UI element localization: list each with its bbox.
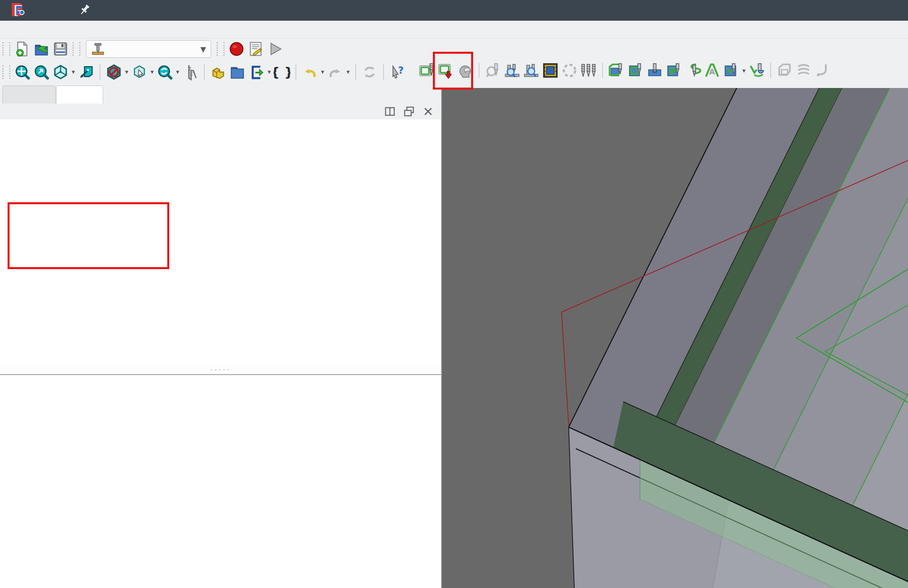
create-part-button[interactable] (209, 63, 228, 82)
chevron-down-icon[interactable]: ▾ (266, 68, 272, 76)
toolbar-separator (100, 64, 100, 80)
titlebar (0, 0, 908, 21)
freecad-window: ▼ ▾ ▾ (0, 0, 908, 588)
svg-text:?: ? (398, 64, 403, 76)
tab-modell[interactable] (56, 86, 103, 104)
expression-editor-button[interactable]: { } (272, 63, 292, 82)
view-set-plane-button[interactable] (76, 63, 96, 82)
refresh-button[interactable] (360, 63, 379, 82)
svg-text:{ }: { } (274, 64, 290, 79)
create-group-button[interactable] (228, 63, 247, 82)
op-waterline-button[interactable] (794, 61, 813, 80)
annotation-box-toolbar-postprocess (433, 52, 473, 90)
toolbar-separator (602, 63, 603, 78)
cam-cycle-button[interactable] (560, 61, 579, 80)
toolbar-grip[interactable] (72, 42, 80, 56)
save-document-button[interactable] (51, 39, 70, 59)
chevron-down-icon[interactable]: ▾ (149, 68, 155, 76)
cam-toolbar: A ▾ (417, 61, 832, 80)
panel-viewport-border[interactable] (441, 88, 442, 588)
op-drilling-button[interactable] (645, 61, 664, 80)
toolbar-separator (479, 63, 479, 78)
chevron-down-icon[interactable]: ▾ (174, 68, 181, 76)
splitter-handle[interactable]: ····· (0, 365, 441, 374)
op-pocket-button[interactable] (626, 61, 645, 80)
cam-selection-plane-button[interactable] (541, 61, 560, 80)
op-profile-button[interactable] (607, 61, 626, 80)
macro-edit-button[interactable] (246, 39, 265, 59)
open-document-button[interactable] (32, 39, 51, 59)
op-engrave-button[interactable] (722, 61, 741, 80)
toolbar-separator (295, 64, 296, 80)
view-fit-all-button[interactable] (13, 63, 32, 82)
selection-view-button[interactable] (130, 63, 149, 82)
chevron-down-icon[interactable]: ▾ (123, 68, 130, 76)
macro-run-button[interactable] (265, 39, 284, 59)
workbench-selector[interactable]: ▼ (86, 40, 211, 58)
property-editor (0, 374, 441, 588)
whats-this-button[interactable]: ? (388, 63, 407, 82)
undo-button[interactable] (300, 63, 319, 82)
toolbar-grip[interactable] (2, 65, 10, 79)
op-deburr-button[interactable] (747, 61, 766, 80)
toolbar-grip[interactable] (2, 42, 10, 56)
toolbar-separator (355, 64, 356, 80)
cam-simulator-button[interactable] (503, 61, 522, 80)
svg-text:A: A (709, 67, 715, 76)
op-facing-button[interactable] (664, 61, 683, 80)
chevron-down-icon[interactable]: ▾ (345, 68, 351, 76)
view-sync-button[interactable] (155, 63, 174, 82)
new-document-button[interactable] (13, 39, 32, 59)
toolbar-separator (204, 64, 205, 80)
freecad-logo-icon (10, 2, 26, 19)
macro-record-button[interactable] (227, 39, 246, 59)
op-fillet-button[interactable] (813, 61, 832, 80)
redo-button[interactable] (326, 63, 345, 82)
cam-simulator-gl-button[interactable] (522, 61, 541, 80)
draw-style-button[interactable] (104, 63, 123, 82)
chevron-down-icon[interactable]: ▾ (70, 68, 76, 76)
toolbar-separator (770, 63, 771, 78)
make-link-button[interactable] (247, 63, 266, 82)
dock-overlay-button[interactable] (384, 105, 396, 120)
annotation-box-tree-job (8, 202, 169, 269)
dock-header (0, 104, 441, 120)
op-3d-pocket-button[interactable] (775, 61, 794, 80)
pin-icon[interactable] (78, 3, 92, 18)
view-isometric-button[interactable] (51, 63, 70, 82)
toolbar-separator (383, 64, 384, 80)
view-fit-selection-button[interactable] (32, 63, 51, 82)
measure-button[interactable] (181, 63, 200, 82)
chevron-down-icon: ▼ (200, 45, 206, 53)
cam-toolbit-dock-button[interactable] (579, 61, 598, 80)
cam-workbench-icon (91, 42, 105, 56)
cam-inspect-gcode-button[interactable] (483, 61, 503, 80)
chevron-down-icon[interactable]: ▾ (741, 67, 747, 74)
toolbar-grip[interactable] (217, 42, 225, 56)
op-adaptive-button[interactable]: A (703, 61, 722, 80)
menubar (0, 21, 908, 38)
tab-aufgaben[interactable] (2, 86, 56, 104)
dock-float-button[interactable] (403, 105, 415, 120)
3d-viewport[interactable] (442, 88, 908, 588)
chevron-down-icon[interactable]: ▾ (319, 68, 326, 76)
dock-close-button[interactable] (422, 105, 434, 120)
op-helix-button[interactable] (683, 61, 703, 80)
